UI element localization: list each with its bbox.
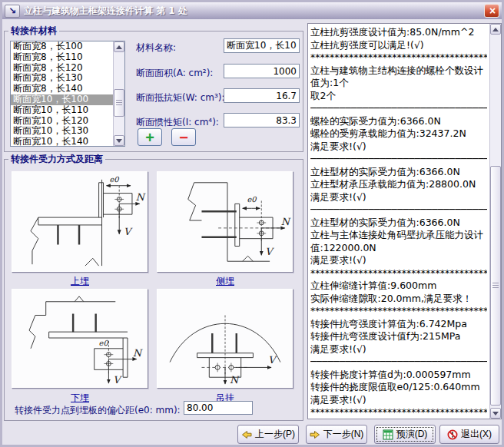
result-line: 满足要求!(√) [310,191,487,204]
close-icon: × [489,5,496,17]
v-annotation: V [124,226,133,237]
eccentricity-input[interactable] [184,401,253,415]
scroll-down-button[interactable] [114,135,124,146]
result-line: 值:122000.0N [310,242,487,255]
scroll-up-button[interactable] [114,41,124,52]
result-line: 值为:1个 [310,77,487,90]
e0-annotation: e0 [99,339,109,347]
section-inertia-label: 断面惯性矩(I: cm⁴): [136,116,219,129]
list-item[interactable]: 断面宽8，长120 [11,63,113,74]
thumb-grip-icon [116,100,122,106]
result-line: 转接件的挠度限值取e0/125:0.640mm [310,381,487,394]
diagram-side-embed[interactable]: e0 N V [157,171,293,273]
triangle-down-icon [492,412,499,416]
result-line: ****************************************… [310,267,487,280]
n-annotation: N [136,191,146,203]
mode-label-side-embed[interactable]: 侧埋 [157,275,293,288]
material-list[interactable]: 断面宽8，长100 断面宽8，长110 断面宽8，长120 断面宽8，长130 … [11,41,113,146]
results-panel[interactable]: 立柱抗剪强度设计值为:85.0N/mm^2 立柱抗剪强度可以满足!(√) ***… [307,23,502,419]
result-line: 转接件挠度计算值d为:0.000597mm [310,369,487,382]
list-item[interactable]: 断面宽8，长140 [11,84,113,94]
result-line: 螺栓的实际受力值为:6366.0N [310,115,487,128]
next-step-button[interactable]: 下一步(N) [306,425,367,444]
section-area-label: 断面面积(A: cm²): [136,67,213,80]
result-line: 立柱抗剪强度可以满足!(√) [310,39,487,52]
list-item[interactable]: 断面宽8，长110 [11,52,113,63]
hand-right-icon [310,429,320,440]
result-line: 转接件抗弯强度设计值f为:215MPa [310,330,487,343]
results-text: 立柱抗剪强度设计值为:85.0N/mm^2 立柱抗剪强度可以满足!(√) ***… [310,26,487,417]
section-area-input[interactable] [224,64,300,78]
list-scrollbar[interactable] [113,41,124,146]
hand-left-icon [241,429,252,440]
material-group-title: 转接件材料 [8,25,59,38]
triangle-down-icon [116,139,122,143]
preview-grid-icon [383,429,393,440]
scroll-thumb[interactable] [490,166,501,406]
result-line: ──────────────────────────────── [310,102,487,115]
n-annotation: N [133,347,143,359]
list-item[interactable]: 断面宽10，长100 [11,94,113,105]
result-line: 立柱与主体连接处角码壁抗承压能力设计 [310,229,487,242]
material-groupbox: 转接件材料 断面宽8，长100 断面宽8，长110 断面宽8，长120 断面宽8… [4,31,303,152]
add-material-button[interactable]: + [138,128,162,146]
v-annotation: V [268,354,277,366]
close-button[interactable]: × [484,4,499,18]
remove-material-button[interactable]: − [171,128,196,146]
title-bar[interactable]: ↘ 立柱与建筑物主框架连接件计算 第 1 处 × [2,2,502,19]
v-annotation: V [113,374,122,386]
list-item[interactable]: 断面宽10，长140 [11,137,113,147]
top-embed-diagram-image: e0 N V [12,172,148,272]
section-modulus-input[interactable] [224,88,300,103]
result-line: 满足要求!(√) [310,254,487,267]
mode-label-bottom-embed[interactable]: 下埋 [12,392,148,405]
result-line: 满足要求!(√) [310,343,487,356]
results-scrollbar[interactable] [489,24,501,419]
result-line: ****************************************… [310,51,487,65]
diagram-hanging[interactable]: V N [157,289,293,389]
result-line: 转接件抗弯强度计算值为:6.742Mpa [310,318,487,331]
material-name-input[interactable] [224,38,300,53]
window-icon: ↘ [5,5,20,18]
bottom-embed-diagram-image: e0 N V [12,290,148,388]
result-line: ──────────────────────────────── [310,204,487,217]
scroll-down-button[interactable] [490,408,501,419]
minus-icon: − [179,129,188,146]
scroll-thumb[interactable] [114,89,124,117]
section-inertia-input[interactable] [224,113,300,127]
result-line: 立柱型材的实际受力值为:6366.0N [310,217,487,230]
result-line: 满足要求!(√) [310,394,487,407]
result-line: ****************************************… [310,406,487,417]
list-item[interactable]: 断面宽10，长130 [11,126,113,137]
material-name-label: 材料名称: [136,41,176,55]
mode-label-top-embed[interactable]: 上埋 [12,275,148,288]
result-line: 立柱伸缩缝计算值:9.600mm [310,280,487,293]
diagram-bottom-embed[interactable]: e0 N V [12,289,148,389]
result-line: 立柱型材承压承载能力值为:28800.0N [310,178,487,191]
exit-prohibit-icon [447,429,458,440]
result-line: 立柱抗剪强度设计值为:85.0N/mm^2 [310,26,487,39]
force-group-title: 转接件受力方式及距离 [8,153,105,166]
list-item[interactable]: 断面宽10，长120 [11,116,113,127]
v-annotation: V [265,246,274,257]
list-item[interactable]: 断面宽8，长130 [11,73,113,84]
prev-step-button[interactable]: 上一步(P) [237,425,299,444]
preview-label: 预演(D) [396,428,428,441]
exit-button[interactable]: 退出(X) [439,425,499,444]
result-line: 螺栓的受剪承载能力值为:32437.2N [310,127,487,141]
e0-annotation: e0 [109,175,119,184]
hanging-diagram-image: V N [158,290,293,388]
exit-label: 退出(X) [461,428,492,441]
diagram-top-embed[interactable]: e0 N V [12,171,148,273]
result-line: 实际伸缩缝隙取:20.0mm,满足要求！ [310,293,487,306]
side-embed-diagram-image: e0 N V [158,172,293,272]
result-line: ──────────────────────────────── [310,356,487,369]
preview-button[interactable]: 预演(D) [374,425,436,444]
material-list-box[interactable]: 断面宽8，长100 断面宽8，长110 断面宽8，长120 断面宽8，长130 … [10,41,125,147]
list-item[interactable]: 断面宽8，长100 [11,41,113,52]
triangle-up-icon [116,45,122,49]
window-title: 立柱与建筑物主框架连接件计算 第 1 处 [24,5,484,18]
scroll-up-button[interactable] [490,24,501,35]
result-line: ****************************************… [310,305,487,318]
list-item[interactable]: 断面宽10，长110 [11,105,113,116]
